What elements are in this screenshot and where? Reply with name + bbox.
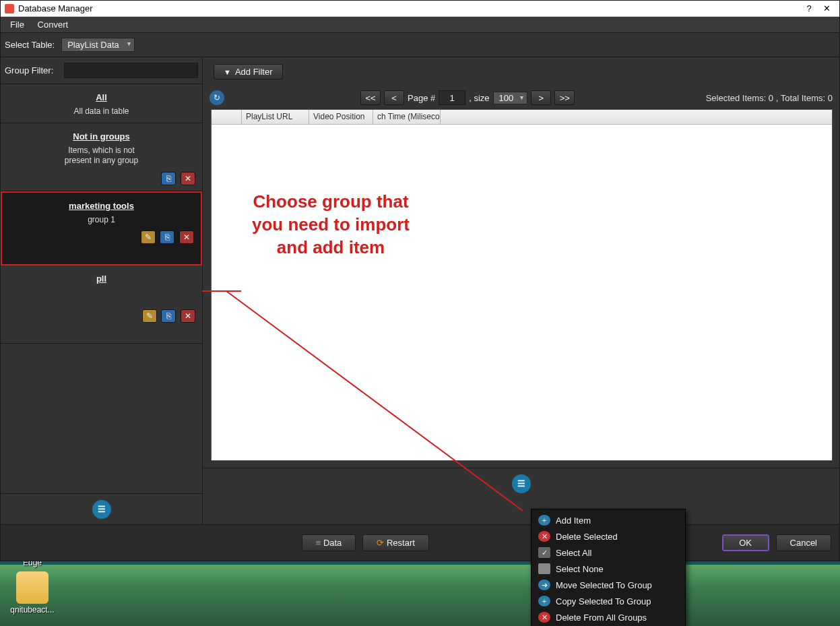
page-size-value: 100 — [499, 93, 514, 103]
titlebar: Database Manager ? ✕ — [1, 1, 839, 17]
th-checkbox[interactable] — [212, 110, 242, 124]
ctx-copy-to-group[interactable]: +Copy Selected To Group — [531, 593, 685, 609]
copy-icon[interactable]: ⎘ — [161, 172, 176, 185]
group-title: All — [7, 92, 195, 102]
add-filter-button[interactable]: ▼ Add Filter — [214, 64, 283, 80]
ctx-delete-selected[interactable]: ✕Delete Selected — [531, 528, 685, 544]
folder-icon — [16, 571, 49, 604]
plus-icon: + — [538, 596, 550, 606]
plus-icon: + — [538, 515, 550, 526]
th-playlist-url[interactable]: PlayList URL — [242, 110, 309, 124]
ctx-add-item[interactable]: +Add Item — [531, 512, 685, 528]
delete-icon[interactable]: ✕ — [181, 309, 195, 323]
select-table-label: Select Table: — [5, 40, 55, 50]
th-video-position[interactable]: Video Position — [309, 110, 373, 124]
page-label: Page # — [408, 93, 435, 103]
group-filter-input[interactable] — [64, 63, 198, 78]
add-filter-label: Add Filter — [235, 67, 273, 77]
desktop-ground — [0, 565, 840, 626]
x-icon: ✕ — [538, 612, 550, 623]
menu-convert[interactable]: Convert — [32, 20, 74, 30]
page-next-button[interactable]: > — [531, 90, 551, 105]
main-panel: ▼ Add Filter ↻ << < Page # , size 100 > … — [203, 57, 839, 524]
select-table-dropdown[interactable]: PlayList Data — [61, 38, 135, 52]
group-filter-label: Group Filter: — [5, 65, 64, 75]
sidebar-list-button[interactable]: ☰ — [92, 500, 111, 519]
data-table: PlayList URL Video Position ch Time (Mil… — [211, 109, 833, 461]
page-last-button[interactable]: >> — [554, 90, 575, 105]
copy-icon[interactable]: ⎘ — [160, 230, 174, 244]
ctx-select-all[interactable]: ✓Select All — [531, 544, 685, 561]
annotation-text: Choose group that you need to import and… — [252, 191, 410, 259]
ok-button[interactable]: OK — [722, 534, 769, 551]
help-button[interactable]: ? — [800, 1, 818, 17]
group-subtitle: group 1 — [9, 215, 194, 226]
group-subtitle: All data in table — [7, 106, 195, 117]
restart-button[interactable]: ⟳ Restart — [362, 534, 429, 551]
check-icon: ✓ — [538, 547, 550, 558]
desktop-icon-folder[interactable]: qnitubeact... — [5, 571, 59, 615]
group-title: Not in groups — [7, 131, 195, 142]
blank-icon — [538, 563, 550, 574]
cancel-button[interactable]: Cancel — [776, 534, 831, 551]
ctx-delete-from-all[interactable]: ✕Delete From All Groups — [531, 609, 685, 625]
group-pll[interactable]: pll ✎ ⎘ ✕ — [1, 265, 202, 344]
funnel-icon: ▼ — [224, 68, 231, 76]
group-all[interactable]: All All data in table — [1, 84, 202, 123]
x-icon: ✕ — [538, 531, 550, 542]
page-first-button[interactable]: << — [360, 90, 381, 105]
edit-icon[interactable]: ✎ — [141, 230, 156, 244]
window-title: Database Manager — [18, 1, 93, 17]
group-title: marketing tools — [9, 201, 194, 211]
app-icon — [5, 4, 14, 13]
menubar: File Convert — [1, 17, 839, 33]
page-prev-button[interactable]: < — [384, 90, 404, 105]
group-subtitle-line2: present in any group — [7, 156, 195, 166]
group-filter-row: Group Filter: — [1, 57, 202, 84]
table-header: PlayList URL Video Position ch Time (Mil… — [212, 110, 832, 125]
page-number-input[interactable] — [439, 90, 465, 105]
item-count-status: Selected Items: 0 , Total Items: 0 — [706, 93, 833, 103]
ctx-select-none[interactable]: Select None — [531, 561, 685, 577]
arrow-icon: ➜ — [538, 580, 550, 590]
refresh-button[interactable]: ↻ — [209, 90, 224, 105]
group-marketing-tools[interactable]: marketing tools group 1 ✎ ⎘ ✕ — [1, 191, 202, 266]
edit-icon[interactable]: ✎ — [142, 309, 157, 323]
bottom-bar: ≡ Data ⟳ Restart OK Cancel — [1, 524, 839, 561]
restart-icon: ⟳ — [377, 538, 384, 548]
pager: ↻ << < Page # , size 100 > >> Selected I… — [203, 86, 839, 109]
data-button[interactable]: ≡ Data — [302, 534, 356, 551]
main-window: Database Manager ? ✕ File Convert Select… — [0, 0, 840, 561]
group-title: pll — [7, 274, 195, 284]
ctx-move-to-group[interactable]: ➜Move Selected To Group — [531, 577, 685, 593]
delete-icon[interactable]: ✕ — [179, 230, 194, 244]
group-not-in-groups[interactable]: Not in groups Items, which is not presen… — [1, 123, 202, 191]
close-button[interactable]: ✕ — [818, 1, 835, 17]
th-time-ms[interactable]: ch Time (Milisecond — [373, 110, 441, 124]
select-table-value: PlayList Data — [67, 40, 119, 50]
menu-file[interactable]: File — [5, 20, 30, 30]
select-table-bar: Select Table: PlayList Data — [1, 33, 839, 57]
database-icon: ≡ — [316, 538, 321, 548]
page-size-dropdown[interactable]: 100 — [493, 92, 528, 104]
group-subtitle-line1: Items, which is not — [7, 146, 195, 156]
copy-icon[interactable]: ⎘ — [161, 309, 176, 323]
delete-icon[interactable]: ✕ — [181, 172, 195, 185]
context-menu: +Add Item ✕Delete Selected ✓Select All S… — [531, 509, 686, 626]
sidebar: Group Filter: All All data in table Not … — [1, 57, 203, 524]
size-label: , size — [469, 93, 489, 103]
desktop-label: qnitubeact... — [5, 605, 59, 615]
main-list-button[interactable]: ☰ — [512, 474, 531, 493]
